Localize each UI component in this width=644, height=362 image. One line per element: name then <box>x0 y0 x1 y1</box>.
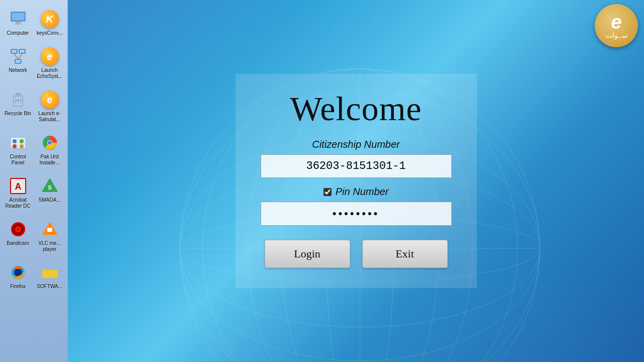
sidebar-item-keys-conv[interactable]: K keysConv... <box>34 7 65 38</box>
logo-urdu-text: سہولت <box>605 32 628 39</box>
keys-conv-icon: K <box>40 9 60 29</box>
launch-echo-label: Launch EchoSyst... <box>36 67 63 79</box>
svg-rect-27 <box>16 93 21 95</box>
acrobat-label: Acrobat Reader DC <box>4 197 32 209</box>
svg-line-23 <box>14 54 18 59</box>
pin-input[interactable] <box>261 202 452 226</box>
svg-rect-18 <box>12 50 17 53</box>
bandicam-label: Bandicam <box>7 240 29 246</box>
svg-point-34 <box>13 144 17 148</box>
logo-e-letter: e <box>611 13 621 32</box>
welcome-title: Welcome <box>290 89 422 129</box>
svg-rect-26 <box>13 95 24 97</box>
citizenship-label: Citizenship Number <box>312 139 400 150</box>
smada-label: SMADA... <box>39 197 61 203</box>
svg-line-24 <box>18 54 22 59</box>
keys-conv-label: keysConv... <box>37 30 63 36</box>
top-right-logo: e سہولت <box>595 4 640 49</box>
firefox-label: Firefox <box>10 284 26 290</box>
exit-button[interactable]: Exit <box>362 240 448 268</box>
smada-icon: S <box>40 176 60 196</box>
software-folder-label: SOFTWA... <box>37 284 62 290</box>
firefox-icon <box>8 262 28 283</box>
sidebar-item-recycle-bin[interactable]: Recycle Bin <box>2 87 34 125</box>
launch-esahulat-label: Launch e-Sahulat... <box>36 111 63 123</box>
desktop-sidebar: Computer K keysConv... <box>0 0 68 362</box>
vlc-label: VLC me... player <box>36 240 63 252</box>
acrobat-icon: A <box>8 176 28 196</box>
login-button[interactable]: Login <box>265 240 350 268</box>
citizenship-input[interactable] <box>261 154 452 178</box>
folder-icon <box>40 262 60 283</box>
login-panel: Welcome Citizenship Number Pin Number Lo… <box>235 74 477 288</box>
button-row: Login Exit <box>265 240 448 268</box>
pin-label: Pin Number <box>336 186 389 198</box>
chrome-label: Pak Urd Installe... <box>36 154 63 166</box>
sidebar-item-acrobat[interactable]: A Acrobat Reader DC <box>2 174 34 211</box>
sidebar-item-computer[interactable]: Computer <box>2 7 34 38</box>
svg-rect-14 <box>12 13 25 21</box>
recycle-bin-icon <box>8 89 28 110</box>
launch-esahulat-icon: e <box>40 89 60 110</box>
svg-point-39 <box>48 141 52 145</box>
pin-checkbox[interactable] <box>324 188 332 196</box>
sidebar-item-bandicam[interactable]: Bandicam <box>2 217 34 254</box>
sidebar-item-chrome[interactable]: Pak Urd Installe... <box>34 131 65 168</box>
sidebar-item-vlc[interactable]: VLC me... player <box>34 217 65 254</box>
network-label: Network <box>9 67 27 73</box>
svg-point-32 <box>13 139 17 143</box>
sidebar-item-firefox[interactable]: Firefox <box>2 260 34 292</box>
svg-text:A: A <box>15 182 21 192</box>
control-panel-icon <box>8 133 28 153</box>
recycle-bin-label: Recycle Bin <box>5 111 31 117</box>
sidebar-item-network[interactable]: Network <box>2 44 34 81</box>
svg-point-33 <box>20 139 24 143</box>
bandicam-icon <box>8 219 28 239</box>
svg-point-35 <box>20 144 24 148</box>
svg-point-48 <box>17 228 20 231</box>
chrome-icon <box>40 133 60 153</box>
sidebar-item-control-panel[interactable]: Control Panel <box>2 131 34 168</box>
login-overlay: Welcome Citizenship Number Pin Number Lo… <box>68 0 644 362</box>
svg-rect-22 <box>16 60 21 63</box>
network-icon <box>8 46 28 66</box>
sidebar-item-software-folder[interactable]: SOFTWA... <box>34 260 65 292</box>
sidebar-item-launch-echo[interactable]: e Launch EchoSyst... <box>34 44 65 81</box>
launch-echo-icon: e <box>40 46 60 66</box>
svg-rect-15 <box>16 22 21 24</box>
svg-rect-16 <box>14 24 23 25</box>
svg-rect-20 <box>20 50 25 53</box>
svg-rect-54 <box>42 270 57 278</box>
computer-icon <box>8 9 28 29</box>
sidebar-item-smada[interactable]: S SMADA... <box>34 174 65 211</box>
control-panel-label: Control Panel <box>4 154 32 166</box>
svg-text:S: S <box>48 185 51 191</box>
sidebar-item-launch-esahulat[interactable]: e Launch e-Sahulat... <box>34 87 65 125</box>
computer-label: Computer <box>7 30 29 36</box>
vlc-icon <box>40 219 60 239</box>
